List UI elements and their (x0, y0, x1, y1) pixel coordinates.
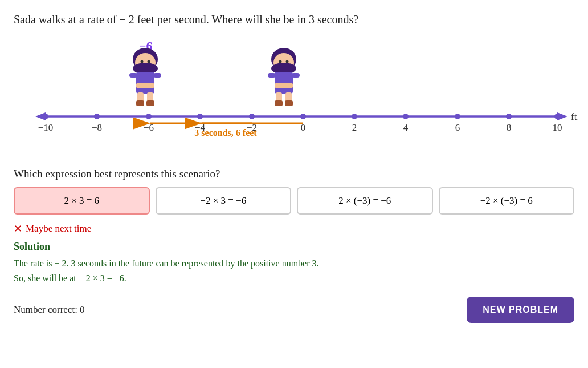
svg-rect-16 (275, 72, 293, 94)
number-line-area: −6 (14, 37, 574, 162)
svg-rect-5 (153, 73, 161, 78)
svg-rect-6 (136, 83, 154, 88)
new-problem-button[interactable]: NEW PROBLEM (467, 297, 574, 323)
choice-d[interactable]: −2 × (−3) = 6 (439, 187, 575, 215)
person-left (125, 47, 166, 112)
svg-rect-4 (129, 73, 137, 78)
solution-heading: Solution (14, 241, 574, 253)
svg-rect-3 (136, 72, 154, 94)
svg-text:3 seconds, 6 feet: 3 seconds, 6 feet (194, 128, 257, 138)
number-correct: Number correct: 0 (14, 304, 85, 316)
svg-point-11 (141, 60, 144, 63)
maybe-next-time: ✕ Maybe next time (14, 223, 574, 235)
svg-point-24 (279, 60, 282, 63)
question-text: Sada walks at a rate of − 2 feet per sec… (14, 11, 574, 27)
svg-point-12 (148, 60, 150, 63)
person-right (263, 47, 304, 112)
svg-rect-17 (268, 73, 276, 78)
choice-c[interactable]: 2 × (−3) = −6 (297, 187, 433, 215)
choice-a[interactable]: 2 × 3 = 6 (14, 187, 150, 215)
svg-rect-18 (292, 73, 300, 78)
svg-point-25 (286, 60, 289, 63)
svg-rect-19 (275, 83, 293, 88)
choices-container: 2 × 3 = 6 −2 × 3 = −6 2 × (−3) = −6 −2 ×… (14, 187, 574, 215)
choice-b[interactable]: −2 × 3 = −6 (156, 187, 292, 215)
solution-text: The rate is − 2. 3 seconds in the future… (14, 256, 574, 285)
which-expression-label: Which expression best represents this sc… (14, 168, 574, 180)
movement-arrow: 3 seconds, 6 feet (25, 115, 578, 147)
bottom-bar: Number correct: 0 NEW PROBLEM (14, 297, 574, 323)
x-icon: ✕ (14, 223, 22, 235)
